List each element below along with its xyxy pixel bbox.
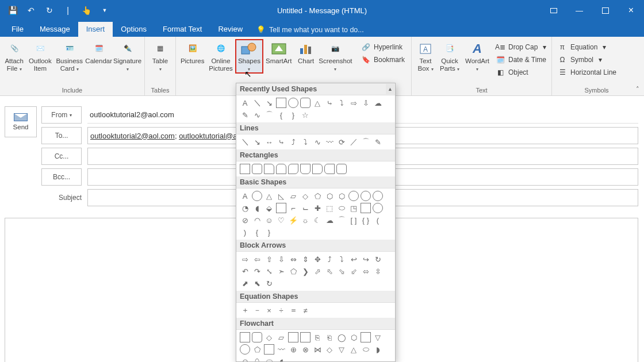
connector1-shape[interactable]: ⤷ [324,98,335,108]
bs-hept[interactable]: ⬡ [336,191,347,201]
bs-can[interactable]: ⬭ [336,203,347,213]
rect6[interactable] [300,164,310,174]
ar-bent2[interactable]: ⤵ [336,254,347,264]
rect4[interactable] [276,164,286,174]
object-button[interactable]: ◧ Object [492,66,550,79]
ar-bent4[interactable]: ↪ [361,254,371,264]
ar-extra1[interactable]: ⬈ [240,278,250,288]
line10[interactable]: ／ [348,137,359,147]
line6[interactable]: ⤵ [300,137,310,147]
fc-term[interactable]: ◯ [336,332,347,342]
hyperlink-button[interactable]: 🔗 Hyperlink [358,41,409,53]
to-button[interactable]: To... [41,127,82,144]
line4[interactable]: ⤷ [276,137,286,147]
rect-shape[interactable] [276,98,286,108]
arrow-cloud-shape[interactable]: ☁ [373,98,383,108]
bs-bevel[interactable] [361,203,371,213]
fc-alt[interactable] [252,332,262,342]
eq-mult[interactable]: × [264,305,274,315]
ar-pent[interactable]: ⬠ [288,266,298,276]
line5[interactable]: ⤴ [288,137,298,147]
symbol-button[interactable]: Ω Symbol▾ [554,53,639,66]
ar-u2[interactable]: ↶ [240,266,250,276]
bs-cross[interactable]: ✚ [312,203,323,213]
line-shape[interactable]: ＼ [252,98,262,108]
bs-lshape2[interactable]: ⌙ [300,203,310,213]
ar-call6[interactable]: ⇳ [373,266,383,276]
bs-chord[interactable]: ◖ [252,203,262,213]
line8[interactable]: 〰 [324,137,335,147]
fc-data[interactable]: ▱ [276,332,286,342]
ar-l[interactable]: ⇦ [252,254,262,264]
bs-lbrack[interactable]: [ ] [348,215,359,225]
bs-hex[interactable]: ⬡ [324,191,335,201]
fc-sum[interactable]: ⊕ [288,344,298,355]
ar-lru[interactable]: ⤡ [264,266,274,276]
fc-doc[interactable]: ⎘ [312,332,323,342]
bs-tri[interactable]: △ [264,191,274,201]
fc-prep[interactable]: ⬡ [348,332,359,342]
bs-rtri[interactable]: ◺ [276,191,286,201]
bs-rbrace3[interactable]: } [264,227,274,237]
fc-int[interactable] [300,332,310,342]
bs-plaque[interactable]: ⬚ [324,203,335,213]
close-button[interactable]: × [618,0,644,21]
line2[interactable]: ↘ [252,137,262,147]
bs-oval[interactable] [252,191,262,201]
redo-icon[interactable]: ↻ [45,6,54,15]
arrow-down-shape[interactable]: ⇩ [361,98,371,108]
fc-manop[interactable]: ▽ [373,332,383,342]
line3[interactable]: ↔ [264,137,274,147]
ar-lr[interactable]: ⇔ [288,254,298,264]
ribbon-display-icon[interactable] [540,0,566,21]
from-button[interactable]: From ▾ [41,106,82,124]
ar-curve[interactable]: ↻ [373,254,383,264]
rect7[interactable] [312,164,323,174]
rect5[interactable] [288,164,298,174]
minimize-button[interactable]: — [566,0,592,21]
tell-me-search[interactable]: 💡 Tell me what you want to do... [251,22,370,37]
dropcap-button[interactable]: A≣ Drop Cap▾ [492,41,550,53]
fc-merge[interactable]: △ [348,344,359,355]
maximize-button[interactable] [592,0,618,21]
oval-shape[interactable] [288,98,298,108]
freeform-shape[interactable]: ✎ [240,110,250,120]
line12[interactable]: ✎ [373,137,383,147]
connector2-shape[interactable]: ⤵ [336,98,347,108]
bs-rparen[interactable]: ) [240,227,250,237]
bs-lbrace2[interactable]: { } [361,215,371,225]
fc-delay[interactable]: ◗ [373,344,383,355]
eq-neq[interactable]: ≠ [300,305,310,315]
eq-minus[interactable]: － [252,305,262,315]
bs-para[interactable]: ▱ [288,191,298,201]
bs-arc2[interactable]: ◠ [252,215,262,225]
line1[interactable]: ＼ [240,137,250,147]
signature-button[interactable]: ✒️ Signature▾ [113,40,142,72]
bookmark-button[interactable]: 🔖 Bookmark [358,53,409,66]
tab-options[interactable]: Options [113,22,155,37]
ar-chev[interactable]: ❯ [300,266,310,276]
business-card-button[interactable]: 🪪 BusinessCard ▾ [54,40,85,72]
bs-bolt[interactable]: ⚡ [288,215,298,225]
save-icon[interactable]: 💾 [8,6,17,15]
touchmode-icon[interactable]: 👆 [82,6,91,15]
tab-review[interactable]: Review [210,22,251,37]
panel-scroll-up-icon[interactable]: ▲ [386,84,394,94]
fc-dec[interactable]: ◇ [264,332,274,342]
fc-stor[interactable]: ⬭ [361,344,371,355]
arc-shape[interactable]: ⌒ [264,110,274,120]
collapse-ribbon-icon[interactable]: ˄ [636,86,639,93]
fc-ext[interactable]: ▽ [336,344,347,355]
lbrace-shape[interactable]: { [276,110,286,120]
bs-textbox[interactable]: A [240,191,250,201]
smartart-button[interactable]: SmartArt [263,40,294,65]
online-pictures-button[interactable]: 🌐 OnlinePictures [206,40,235,72]
arrow-line-shape[interactable]: ↘ [264,98,274,108]
bs-lbrace3[interactable]: { [252,227,262,237]
text-box-button[interactable]: A TextBox ▾ [414,40,437,72]
ar-ud[interactable]: ⇕ [300,254,310,264]
tab-file[interactable]: File [3,22,32,37]
bs-pent[interactable]: ⬠ [312,191,323,201]
to-recipient-1[interactable]: outlooktutorial2@aol.com [90,132,175,140]
bs-pie[interactable]: ◔ [240,203,250,213]
